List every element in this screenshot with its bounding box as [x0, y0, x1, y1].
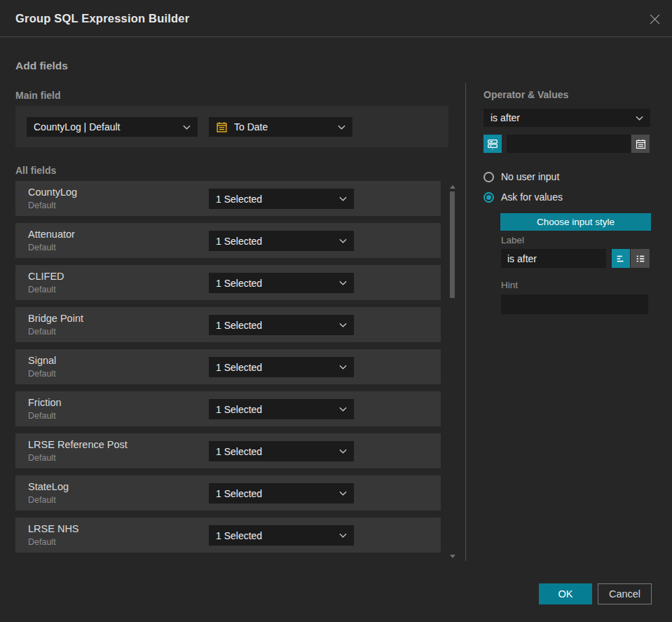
radio-label: Ask for values	[501, 191, 563, 203]
date-field-select[interactable]: To Date	[209, 117, 352, 137]
chevron-down-icon	[338, 125, 345, 130]
main-field-container: CountyLog | Default To Date	[15, 106, 448, 147]
chevron-down-icon	[339, 196, 347, 201]
main-field-label: Main field	[15, 90, 61, 101]
calendar-date-icon	[216, 121, 228, 133]
single-line-input-style-button[interactable]	[612, 249, 630, 268]
calendar-icon	[635, 138, 647, 150]
field-row: CountyLog Default 1 Selected	[15, 181, 441, 216]
field-subtitle: Default	[28, 285, 56, 295]
field-row: Friction Default 1 Selected	[15, 391, 441, 426]
field-subtitle: Default	[28, 201, 56, 210]
chevron-down-icon	[339, 238, 347, 243]
list-input-style-button[interactable]	[631, 249, 650, 268]
field-name: Friction	[28, 397, 62, 408]
panel-divider	[465, 83, 466, 561]
selection-value: 1 Selected	[216, 236, 335, 247]
chevron-down-icon	[339, 365, 347, 370]
field-name: Bridge Point	[28, 313, 83, 324]
field-subtitle: Default	[28, 453, 56, 463]
field-selection-dropdown[interactable]: 1 Selected	[209, 399, 354, 419]
selection-value: 1 Selected	[216, 446, 335, 457]
close-button[interactable]	[646, 11, 663, 27]
field-row: StateLog Default 1 Selected	[15, 475, 441, 511]
field-selection-dropdown[interactable]: 1 Selected	[209, 231, 354, 251]
ok-button[interactable]: OK	[539, 583, 592, 604]
list-scrollbar[interactable]	[448, 181, 457, 561]
chevron-down-icon	[183, 125, 191, 130]
chevron-down-icon	[339, 407, 347, 412]
dialog-header: Group SQL Expression Builder	[0, 0, 672, 37]
unique-values-button[interactable]	[484, 135, 502, 153]
field-row: LRSE NHS Default 1 Selected	[15, 518, 441, 553]
selection-value: 1 Selected	[216, 320, 335, 331]
radio-ask-for-values[interactable]: Ask for values	[484, 191, 563, 203]
field-name: Attenuator	[28, 229, 75, 240]
main-field-select-value: CountyLog | Default	[34, 121, 179, 133]
all-fields-label: All fields	[15, 165, 56, 176]
chevron-down-icon	[339, 280, 347, 285]
all-fields-list: CountyLog Default 1 Selected Attenuator …	[15, 181, 441, 560]
field-subtitle: Default	[28, 495, 56, 505]
radio-label: No user input	[501, 171, 559, 182]
radio-circle-icon	[484, 192, 494, 203]
selection-value: 1 Selected	[216, 362, 335, 373]
close-icon	[649, 13, 661, 25]
cancel-button[interactable]: Cancel	[598, 583, 652, 604]
selection-value: 1 Selected	[216, 488, 335, 499]
operator-select-value: is after	[491, 112, 631, 123]
label-field-label: Label	[501, 235, 524, 245]
field-selection-dropdown[interactable]: 1 Selected	[209, 189, 354, 209]
field-selection-dropdown[interactable]: 1 Selected	[209, 441, 354, 461]
chevron-down-icon	[339, 449, 347, 454]
scrollbar-thumb[interactable]	[450, 191, 455, 298]
scroll-up-arrow[interactable]	[450, 185, 455, 189]
selection-value: 1 Selected	[216, 530, 335, 541]
field-row: CLIFED Default 1 Selected	[15, 265, 441, 300]
scroll-down-arrow[interactable]	[450, 555, 455, 558]
operator-select[interactable]: is after	[484, 109, 650, 127]
field-name: CLIFED	[28, 271, 64, 282]
field-row: LRSE Reference Post Default 1 Selected	[15, 433, 441, 468]
value-input[interactable]	[507, 135, 631, 153]
field-selection-dropdown[interactable]: 1 Selected	[209, 273, 354, 293]
date-field-select-value: To Date	[234, 121, 334, 133]
field-subtitle: Default	[28, 411, 56, 421]
operator-values-heading: Operator & Values	[484, 89, 568, 100]
chevron-down-icon	[636, 116, 643, 121]
field-name: LRSE Reference Post	[28, 439, 128, 450]
radio-no-user-input[interactable]: No user input	[484, 171, 559, 182]
radio-circle-icon	[484, 172, 494, 182]
main-field-select[interactable]: CountyLog | Default	[27, 117, 198, 137]
field-selection-dropdown[interactable]: 1 Selected	[209, 483, 354, 503]
label-input[interactable]	[501, 249, 606, 268]
field-selection-dropdown[interactable]: 1 Selected	[209, 357, 354, 377]
align-left-lines-icon	[615, 253, 626, 264]
field-subtitle: Default	[28, 243, 56, 252]
field-name: LRSE NHS	[28, 523, 79, 534]
field-subtitle: Default	[28, 327, 56, 337]
chevron-down-icon	[339, 491, 347, 496]
field-selection-dropdown[interactable]: 1 Selected	[209, 525, 354, 546]
date-picker-button[interactable]	[631, 135, 650, 153]
field-selection-dropdown[interactable]: 1 Selected	[209, 315, 354, 335]
field-name: Signal	[28, 355, 56, 366]
field-row: Signal Default 1 Selected	[15, 349, 441, 384]
field-name: CountyLog	[28, 187, 77, 198]
chevron-down-icon	[339, 323, 347, 327]
values-list-icon	[486, 137, 499, 150]
selection-value: 1 Selected	[216, 404, 335, 415]
choose-input-style-button[interactable]: Choose input style	[500, 213, 651, 231]
hint-input[interactable]	[501, 295, 648, 314]
field-subtitle: Default	[28, 537, 56, 547]
selection-value: 1 Selected	[216, 278, 335, 289]
hint-field-label: Hint	[501, 280, 518, 290]
chevron-down-icon	[339, 533, 347, 538]
selection-value: 1 Selected	[216, 194, 335, 205]
add-fields-heading: Add fields	[15, 60, 68, 72]
field-row: Bridge Point Default 1 Selected	[15, 307, 441, 342]
dialog-title: Group SQL Expression Builder	[15, 12, 189, 25]
group-sql-expression-builder-dialog: Group SQL Expression Builder Add fields …	[0, 0, 672, 622]
field-subtitle: Default	[28, 369, 56, 379]
field-name: StateLog	[28, 481, 69, 492]
